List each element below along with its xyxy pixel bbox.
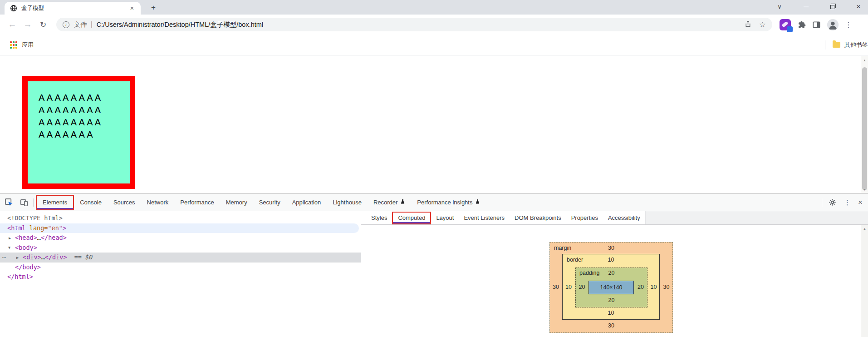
demo-text-line: A A A A A A A bbox=[39, 129, 130, 141]
sidebar-tab-properties[interactable]: Properties bbox=[566, 211, 603, 225]
apps-bookmark-label[interactable]: 应用 bbox=[22, 41, 34, 49]
computed-scrollbar[interactable]: ▲ bbox=[861, 225, 868, 337]
demo-text-line: A A A A A A A A bbox=[39, 104, 130, 116]
reload-button[interactable]: ↻ bbox=[35, 20, 51, 30]
window-close-button[interactable]: × bbox=[849, 0, 868, 15]
margin-left-value[interactable]: 30 bbox=[549, 284, 562, 290]
devtools-tab-memory[interactable]: Memory bbox=[220, 194, 253, 211]
devtools-tab-application[interactable]: Application bbox=[286, 194, 327, 211]
padding-top-value[interactable]: 20 bbox=[575, 270, 647, 276]
padding-right-value[interactable]: 20 bbox=[634, 284, 647, 290]
sidebar-tab-event-listeners[interactable]: Event Listeners bbox=[459, 211, 510, 225]
tab-bar-filler bbox=[645, 211, 868, 224]
devtools-tab-lighthouse[interactable]: Lighthouse bbox=[327, 194, 368, 211]
tab-strip: 盒子模型 × + ∨ × bbox=[0, 0, 868, 15]
browser-menu-icon[interactable]: ⋮ bbox=[845, 20, 852, 29]
new-tab-button[interactable]: + bbox=[148, 2, 159, 13]
border-right-value[interactable]: 10 bbox=[647, 284, 660, 290]
profile-avatar[interactable] bbox=[827, 19, 839, 30]
demo-text-line: A A A A A A A A bbox=[39, 116, 130, 129]
other-bookmarks-label[interactable]: 其他书签 bbox=[844, 41, 868, 49]
sidebar-tab-computed[interactable]: Computed bbox=[392, 212, 431, 224]
extension-badge-icon[interactable] bbox=[780, 19, 791, 30]
sidebar-tab-layout[interactable]: Layout bbox=[431, 211, 459, 225]
scroll-up-icon[interactable]: ▲ bbox=[861, 227, 868, 230]
devtools-tab-console[interactable]: Console bbox=[74, 194, 108, 211]
devtools-settings-icon[interactable] bbox=[829, 199, 836, 206]
sidebar-tab-styles[interactable]: Styles bbox=[366, 211, 392, 225]
padding-left-value[interactable]: 20 bbox=[575, 284, 588, 290]
margin-right-value[interactable]: 30 bbox=[660, 284, 673, 290]
border-left-value[interactable]: 10 bbox=[562, 284, 575, 290]
demo-box: A A A A A A A A A A A A A A A A A A A A … bbox=[22, 76, 135, 189]
box-model-content-box[interactable]: 140×140 bbox=[588, 281, 634, 294]
minimize-icon bbox=[804, 7, 809, 7]
tree-row-body-close[interactable]: </body> bbox=[0, 263, 361, 273]
border-top-value[interactable]: 10 bbox=[562, 257, 660, 263]
tree-row-html[interactable]: <html lang="en"> bbox=[0, 223, 359, 233]
expand-arrow-icon[interactable]: ▶ bbox=[16, 253, 19, 263]
forward-button[interactable]: → bbox=[20, 20, 35, 30]
devtools-close-button[interactable]: × bbox=[858, 198, 863, 207]
url-text[interactable]: C:/Users/Administrator/Desktop/HTML/盒子模型… bbox=[97, 20, 738, 29]
back-button[interactable]: ← bbox=[5, 20, 20, 30]
bookmark-star-icon[interactable]: ☆ bbox=[759, 20, 766, 30]
side-panel-icon[interactable] bbox=[812, 20, 821, 29]
padding-bottom-value[interactable]: 20 bbox=[575, 297, 647, 303]
scroll-up-icon[interactable]: ▲ bbox=[861, 59, 868, 62]
devtools-tab-recorder[interactable]: Recorder bbox=[368, 194, 411, 211]
overflow-menu-icon[interactable]: ⋯ bbox=[2, 253, 6, 263]
collapse-arrow-icon[interactable]: ▼ bbox=[8, 243, 10, 253]
sidebar-tab-bar: Styles Computed Layout Event Listeners D… bbox=[361, 211, 868, 225]
folder-icon bbox=[833, 42, 840, 48]
page-scrollbar[interactable]: ▲ ▼ bbox=[861, 56, 868, 193]
bookmarks-separator bbox=[825, 40, 825, 50]
expand-arrow-icon[interactable]: ▶ bbox=[9, 233, 11, 243]
tab-close-icon[interactable]: × bbox=[128, 4, 136, 12]
apps-grid-icon[interactable] bbox=[10, 41, 17, 49]
devtools-tab-performance[interactable]: Performance bbox=[174, 194, 220, 211]
tree-row-html-close[interactable]: </html> bbox=[0, 272, 361, 282]
box-model-diagram[interactable]: 140×140 margin border padding 30 10 20 3… bbox=[549, 242, 673, 333]
devtools-tab-sources[interactable]: Sources bbox=[108, 194, 141, 211]
globe-favicon bbox=[10, 5, 17, 12]
page-scrollbar-thumb[interactable] bbox=[862, 67, 867, 190]
share-icon[interactable] bbox=[744, 20, 752, 30]
margin-bottom-value[interactable]: 30 bbox=[549, 322, 673, 329]
devtools-tab-network[interactable]: Network bbox=[141, 194, 175, 211]
tree-row-head[interactable]: ▶ <head>…</head> bbox=[0, 233, 361, 243]
devtools-tab-elements[interactable]: Elements bbox=[36, 195, 74, 210]
url-divider: | bbox=[91, 20, 93, 28]
sidebar-tab-accessibility[interactable]: Accessibility bbox=[603, 211, 645, 225]
inspect-element-icon[interactable] bbox=[2, 198, 15, 207]
minimize-button[interactable] bbox=[797, 0, 815, 15]
url-scheme-label: 文件 bbox=[74, 20, 87, 29]
styles-sidebar: Styles Computed Layout Event Listeners D… bbox=[361, 211, 868, 337]
selected-node-marker: == $0 bbox=[74, 253, 93, 261]
page-info-icon[interactable]: i bbox=[63, 21, 69, 28]
sidebar-tab-dom-breakpoints[interactable]: DOM Breakpoints bbox=[510, 211, 566, 225]
tab-search-icon[interactable]: ∨ bbox=[770, 0, 789, 15]
tree-row-div-selected[interactable]: ⋯ ▶ <div>…</div> == $0 bbox=[0, 253, 361, 263]
page-viewport: A A A A A A A A A A A A A A A A A A A A … bbox=[0, 56, 868, 193]
toolbar-separator bbox=[33, 198, 34, 207]
margin-top-value[interactable]: 30 bbox=[549, 245, 673, 251]
devtools-panel: Elements Console Sources Network Perform… bbox=[0, 193, 868, 337]
experiment-flask-icon bbox=[475, 199, 480, 206]
tree-row-body[interactable]: ▼ <body> bbox=[0, 243, 361, 253]
devtools-menu-icon[interactable]: ⋮ bbox=[844, 198, 851, 207]
browser-tab[interactable]: 盒子模型 × bbox=[5, 2, 141, 15]
computed-panel: 140×140 margin border padding 30 10 20 3… bbox=[361, 225, 868, 337]
scroll-down-icon[interactable]: ▼ bbox=[861, 188, 868, 191]
device-toolbar-icon[interactable] bbox=[17, 198, 31, 207]
tree-row-doctype[interactable]: <!DOCTYPE html> bbox=[0, 213, 361, 223]
extensions-puzzle-icon[interactable] bbox=[797, 20, 806, 29]
devtools-tab-security[interactable]: Security bbox=[253, 194, 286, 211]
devtools-tab-performance-insights[interactable]: Performance insights bbox=[411, 194, 486, 211]
elements-tree: <!DOCTYPE html> <html lang="en"> ▶ <head… bbox=[0, 211, 361, 337]
restore-button[interactable] bbox=[823, 0, 841, 15]
border-bottom-value[interactable]: 10 bbox=[562, 310, 660, 316]
address-bar[interactable]: i 文件 | C:/Users/Administrator/Desktop/HT… bbox=[56, 18, 772, 31]
demo-text-line: A A A A A A A A bbox=[39, 92, 130, 104]
browser-toolbar: ← → ↻ i 文件 | C:/Users/Administrator/Desk… bbox=[0, 15, 868, 35]
